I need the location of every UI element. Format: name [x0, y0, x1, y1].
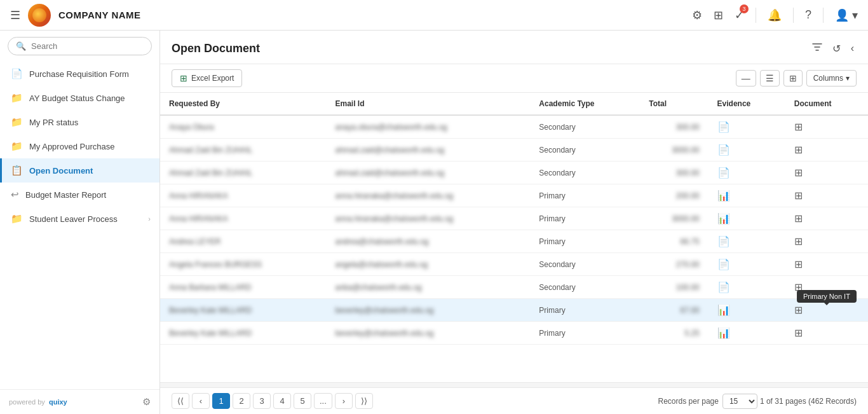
cell-academic-type: Secondary — [530, 115, 640, 139]
cell-document[interactable]: ⊞ — [785, 253, 868, 276]
evidence-icon: 📊 — [717, 328, 730, 338]
table-row: Beverley Kate MILLARDbeverley@chatsworth… — [160, 322, 868, 345]
sidebar-item-student-leaver[interactable]: 📁 Student Leaver Process › — [0, 207, 159, 231]
evidence-icon: 📊 — [717, 213, 730, 224]
page-5-button[interactable]: 5 — [294, 393, 311, 409]
ellipsis-button[interactable]: ... — [314, 393, 332, 409]
cell-document[interactable]: ⊞ — [785, 115, 868, 139]
evidence-icon: 📄 — [717, 282, 730, 293]
sidebar-item-ay-budget[interactable]: 📁 AY Budget Status Change — [0, 86, 159, 110]
back-button[interactable]: ‹ — [848, 40, 857, 57]
nav-divider — [756, 8, 756, 23]
cell-academic-type: Primary — [530, 184, 640, 207]
document-icon: ⊞ — [794, 144, 803, 155]
refresh-button[interactable]: ↺ — [830, 40, 843, 57]
cell-evidence[interactable]: 📊 — [709, 322, 785, 345]
cell-evidence[interactable]: 📊 — [709, 299, 785, 322]
bell-icon[interactable]: 🔔 — [768, 8, 782, 22]
file-icon: 📄 — [11, 68, 23, 79]
list-view-button[interactable]: ☰ — [760, 70, 780, 86]
search-box[interactable]: 🔍 — [8, 37, 152, 55]
filter-button[interactable] — [810, 39, 825, 57]
cell-evidence[interactable]: 📄 — [709, 162, 785, 184]
cell-document[interactable]: ⊞ — [785, 207, 868, 230]
cell-document[interactable]: ⊞ — [785, 139, 868, 162]
records-per-page-select[interactable]: 15 25 50 100 — [722, 394, 757, 409]
sidebar-item-my-approved-purchase[interactable]: 📁 My Approved Purchase — [0, 134, 159, 158]
minus-view-button[interactable]: — — [736, 70, 756, 86]
check-badge: 3 — [740, 4, 749, 13]
page-1-button[interactable]: 1 — [212, 393, 230, 409]
search-input[interactable] — [31, 41, 144, 51]
sidebar-item-my-pr-status[interactable]: 📁 My PR status — [0, 110, 159, 134]
page-4-button[interactable]: 4 — [273, 393, 291, 409]
help-icon[interactable]: ? — [805, 8, 811, 22]
sidebar-item-label: Purchase Requisition Form — [29, 69, 151, 79]
hamburger-icon[interactable]: ☰ — [10, 8, 20, 22]
prev-page-button[interactable]: ‹ — [192, 393, 210, 409]
pagination-info: 1 of 31 pages (462 Records) — [760, 397, 857, 406]
cell-document[interactable]: ⊞ — [785, 162, 868, 184]
cell-requested-by: Ahmad Zaid Bin ZUHAIL — [160, 162, 326, 184]
grid-view-button[interactable]: ⊞ — [783, 70, 803, 86]
cell-academic-type: Primary — [530, 230, 640, 253]
cell-document[interactable]: ⊞ — [785, 230, 868, 253]
folder-icon2: 📁 — [11, 116, 23, 128]
filter-icon — [812, 42, 822, 52]
cell-evidence[interactable]: 📄 — [709, 115, 785, 139]
check-circle-icon[interactable]: ✓ 3 — [735, 8, 744, 22]
evidence-icon: 📊 — [717, 190, 730, 201]
cell-academic-type: Secondary — [530, 162, 640, 184]
top-nav: ☰ COMPANY NAME ⚙ ⊞ ✓ 3 🔔 ? 👤 ▾ — [0, 0, 868, 31]
page-header: Open Document ↺ ‹ — [160, 31, 868, 64]
cell-total: 66.75 — [640, 230, 708, 253]
cell-total: 3000.00 — [640, 207, 708, 230]
chevron-down-icon: ▾ — [846, 74, 850, 83]
cell-document[interactable]: ⊞ — [785, 184, 868, 207]
sidebar-item-budget-master-report[interactable]: ↩ Budget Master Report — [0, 183, 159, 207]
page-3-button[interactable]: 3 — [253, 393, 271, 409]
horizontal-scrollbar[interactable] — [160, 382, 868, 387]
cell-requested-by: Anna HIRANAKA — [160, 184, 326, 207]
gear-icon[interactable]: ⚙ — [692, 8, 702, 22]
cell-evidence[interactable]: 📄 — [709, 139, 785, 162]
cell-evidence[interactable]: 📄 — [709, 276, 785, 299]
user-icon[interactable]: 👤 ▾ — [835, 8, 858, 22]
settings-icon[interactable]: ⚙ — [142, 396, 151, 408]
next-page-button[interactable]: › — [335, 393, 353, 409]
table-row: Anna HIRANAKAanna.hiranaka@chatsworth.ed… — [160, 207, 868, 230]
document-icon: ⊞ — [794, 328, 803, 338]
cell-total: 200.00 — [640, 184, 708, 207]
sidebar-item-purchase-requisition[interactable]: 📄 Purchase Requisition Form — [0, 62, 159, 86]
excel-export-button[interactable]: ⊞ Excel Export — [172, 69, 242, 87]
document-icon: ⊞ — [794, 305, 803, 315]
nav-divider2 — [793, 8, 794, 23]
cell-requested-by: Angela Frances BURGESS — [160, 253, 326, 276]
tooltip-container: ⊞ Primary Non IT — [794, 304, 859, 316]
toolbar: ⊞ Excel Export — ☰ ⊞ Columns ▾ — [160, 64, 868, 93]
cell-evidence[interactable]: 📄 — [709, 253, 785, 276]
col-email-id: Email Id — [326, 93, 530, 115]
cell-document[interactable]: ⊞ — [785, 322, 868, 345]
cell-evidence[interactable]: 📊 — [709, 184, 785, 207]
page-2-button[interactable]: 2 — [233, 393, 250, 409]
sidebar-item-label: Open Document — [29, 166, 151, 176]
table-row: Andrea LEYERandrea@chatsworth.edu.sgPrim… — [160, 230, 868, 253]
cell-requested-by: Beverley Kate MILLARD — [160, 322, 326, 345]
table-row: Ahmad Zaid Bin ZUHAILahmad.zaid@chatswor… — [160, 139, 868, 162]
cell-total: 100.00 — [640, 276, 708, 299]
last-page-button[interactable]: ⟩⟩ — [355, 393, 373, 409]
cell-evidence[interactable]: 📊 — [709, 207, 785, 230]
sidebar-item-open-document[interactable]: 📋 Open Document — [0, 158, 159, 183]
cell-document[interactable]: ⊞ Primary Non IT — [785, 299, 868, 322]
document-icon: ⊞ — [794, 190, 803, 201]
first-page-button[interactable]: ⟨⟨ — [172, 393, 189, 409]
cell-total: 3000.00 — [640, 139, 708, 162]
clipboard-icon: 📋 — [11, 165, 23, 176]
columns-button[interactable]: Columns ▾ — [806, 70, 857, 86]
sidebar-item-label: Budget Master Report — [25, 190, 151, 200]
dashboard-icon[interactable]: ⊞ — [714, 8, 723, 22]
cell-evidence[interactable]: 📄 — [709, 230, 785, 253]
evidence-icon: 📊 — [717, 305, 730, 315]
cell-email-id: angela@chatsworth.edu.sg — [326, 253, 530, 276]
